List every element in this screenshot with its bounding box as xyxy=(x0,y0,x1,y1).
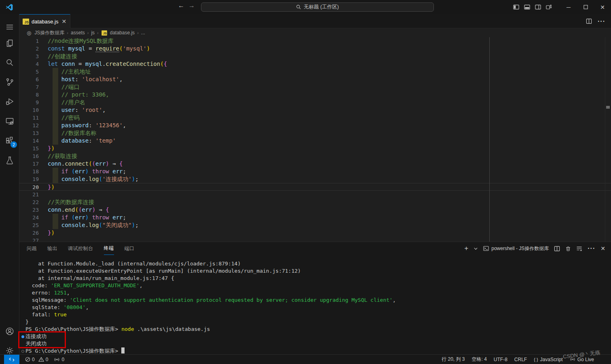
code-line-14[interactable]: 14 database: 'temp' xyxy=(19,137,611,145)
code-line-13[interactable]: 13 //数据库名称 xyxy=(19,129,611,137)
terminal-line-3: at internal/main/run_main_module.js:17:4… xyxy=(19,275,611,282)
status-item-行 20, 列 3[interactable]: 行 20, 列 3 xyxy=(442,356,465,363)
code-line-18[interactable]: 18 if (err) throw err; xyxy=(19,168,611,175)
run-debug-icon[interactable] xyxy=(0,93,19,110)
toggle-secondary-sidebar-icon[interactable] xyxy=(535,4,541,10)
code-line-2[interactable]: 2const mysql = require('mysql') xyxy=(19,45,611,53)
code-line-17[interactable]: 17conn.connect((err) ⇒ { xyxy=(19,160,611,168)
close-icon[interactable]: ✕ xyxy=(594,0,611,14)
remote-indicator[interactable] xyxy=(4,355,19,364)
tab-database-js[interactable]: JS database.js ✕ xyxy=(19,14,70,28)
status-item-UTF-8[interactable]: UTF-8 xyxy=(494,357,507,362)
new-terminal-icon[interactable]: + xyxy=(464,244,468,252)
status-item-JavaScript[interactable]: { }JavaScript xyxy=(534,357,562,362)
tab-label: database.js xyxy=(32,19,59,25)
kill-terminal-icon[interactable] xyxy=(565,246,571,252)
terminal-session[interactable]: powershell - JS操作数据库 xyxy=(483,245,549,252)
minimize-icon[interactable]: ─ xyxy=(560,0,577,14)
code-text: if (err) throw err; xyxy=(48,214,126,221)
testing-icon[interactable] xyxy=(0,151,19,169)
line-number: 23 xyxy=(19,206,48,214)
extensions-icon[interactable]: 2 xyxy=(0,132,19,149)
line-number: 14 xyxy=(19,137,48,145)
status-item-CRLF[interactable]: CRLF xyxy=(514,357,527,362)
code-line-25[interactable]: 25 console.log("关闭成功"); xyxy=(19,221,611,229)
split-terminal-icon[interactable] xyxy=(554,246,560,252)
code-line-24[interactable]: 24 if (err) throw err; xyxy=(19,214,611,221)
code-text: }) xyxy=(48,229,55,237)
line-number: 16 xyxy=(19,152,48,160)
clear-terminal-icon[interactable] xyxy=(576,246,582,251)
command-center-search[interactable]: 无标题 (工作区) xyxy=(201,2,434,12)
line-number: 27 xyxy=(19,237,48,242)
line-number: 2 xyxy=(19,45,48,53)
ports-status[interactable]: 0 xyxy=(54,357,64,362)
source-control-icon[interactable] xyxy=(0,73,19,91)
search-sidebar-icon[interactable] xyxy=(0,54,19,72)
code-line-16[interactable]: 16//获取连接 xyxy=(19,152,611,160)
overview-ruler-mark[interactable] xyxy=(606,106,610,109)
code-line-1[interactable]: 1//node连接MySQL数据库 xyxy=(19,37,611,45)
code-line-19[interactable]: 19 console.log('连接成功'); xyxy=(19,175,611,183)
split-editor-icon[interactable] xyxy=(586,18,592,24)
customize-layout-icon[interactable] xyxy=(546,4,552,10)
line-number: 22 xyxy=(19,198,48,206)
terminal-dropdown-icon[interactable] xyxy=(474,246,478,251)
command-decoration-dot[interactable] xyxy=(21,350,24,353)
code-line-12[interactable]: 12 password: '123456', xyxy=(19,122,611,129)
more-actions-icon[interactable]: ··· xyxy=(598,18,605,25)
code-line-11[interactable]: 11 //密码 xyxy=(19,114,611,122)
breadcrumb-item[interactable]: JS操作数据库 xyxy=(34,29,64,36)
indent-guide-highlight xyxy=(53,214,58,221)
forward-arrow-icon[interactable]: → xyxy=(188,2,195,9)
tab-close-icon[interactable]: ✕ xyxy=(62,18,67,25)
problems-status[interactable]: 0 0 xyxy=(25,357,48,362)
code-line-4[interactable]: 4let conn = mysql.createConnection({ xyxy=(19,60,611,68)
panel-tab-端口[interactable]: 端口 xyxy=(125,242,135,255)
panel-tab-问题[interactable]: 问题 xyxy=(27,242,37,255)
terminal-line-11: 连接成功 xyxy=(19,333,611,340)
line-number: 1 xyxy=(19,37,48,45)
terminal-line-7: sqlState: '08004', xyxy=(19,304,611,311)
toggle-sidebar-icon[interactable] xyxy=(513,4,519,10)
code-line-23[interactable]: 23conn.end((err) ⇒ { xyxy=(19,206,611,214)
red-annotation-box xyxy=(18,331,66,348)
menu-icon[interactable] xyxy=(0,18,19,36)
terminal-output[interactable]: at Function.Module._load (internal/modul… xyxy=(19,260,611,354)
account-icon[interactable] xyxy=(0,322,19,340)
code-line-9[interactable]: 9 //用户名 xyxy=(19,99,611,106)
panel-tab-终端[interactable]: 终端 xyxy=(104,242,114,255)
code-line-26[interactable]: 26}) xyxy=(19,229,611,237)
status-item-空格: 4[interactable]: 空格: 4 xyxy=(472,356,487,363)
code-line-22[interactable]: 22//关闭数据库连接 xyxy=(19,198,611,206)
panel-tab-输出[interactable]: 输出 xyxy=(47,242,57,255)
breadcrumb-item[interactable]: database.js xyxy=(110,30,135,36)
indent-guide-highlight xyxy=(53,122,58,129)
breadcrumb-separator: › xyxy=(67,30,68,35)
breadcrumb-item[interactable]: assets xyxy=(71,30,85,36)
code-line-10[interactable]: 10 user: 'root', xyxy=(19,106,611,114)
code-line-20[interactable]: 20}) xyxy=(19,183,611,191)
line-number: 26 xyxy=(19,229,48,237)
code-line-3[interactable]: 3//创建连接 xyxy=(19,53,611,60)
code-line-6[interactable]: 6 host: 'localhost', xyxy=(19,76,611,83)
maximize-icon[interactable] xyxy=(577,0,594,14)
code-line-7[interactable]: 7 //端口 xyxy=(19,83,611,91)
back-arrow-icon[interactable]: ← xyxy=(178,2,184,9)
code-editor[interactable]: 1//node连接MySQL数据库2const mysql = require(… xyxy=(19,37,611,242)
breadcrumb-item[interactable]: ... xyxy=(141,30,145,36)
code-line-8[interactable]: 8 // port: 3306, xyxy=(19,91,611,99)
code-line-15[interactable]: 15}) xyxy=(19,145,611,152)
panel-tab-调试控制台[interactable]: 调试控制台 xyxy=(68,242,93,255)
explorer-icon[interactable] xyxy=(0,34,19,52)
code-line-21[interactable]: 21 xyxy=(19,191,611,198)
toggle-panel-icon[interactable] xyxy=(524,4,530,10)
panel-close-icon[interactable]: ✕ xyxy=(600,245,605,252)
breadcrumb-item[interactable]: js xyxy=(91,30,95,36)
panel-more-icon[interactable]: ··· xyxy=(588,245,595,252)
breadcrumb[interactable]: ◎ JS操作数据库›assets›js›JSdatabase.js›... xyxy=(19,28,611,37)
code-line-5[interactable]: 5 //主机地址 xyxy=(19,68,611,76)
code-line-27[interactable]: 27 xyxy=(19,237,611,242)
panel: 问题输出调试控制台终端端口 + powershell - JS操作数据库 ···… xyxy=(19,242,611,354)
remote-explorer-icon[interactable] xyxy=(0,112,19,130)
